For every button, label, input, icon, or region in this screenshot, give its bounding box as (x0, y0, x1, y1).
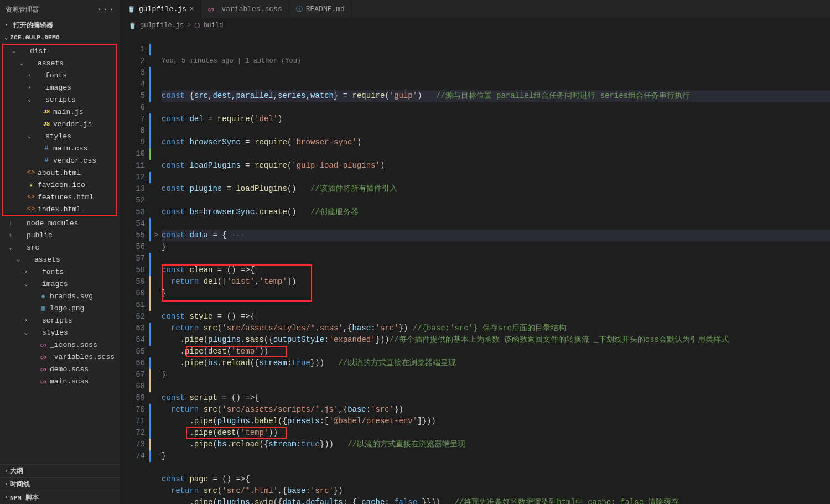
tree-item-fonts[interactable]: ›fonts (0, 266, 120, 278)
code-line[interactable]: } (162, 450, 830, 462)
code-line[interactable]: const loadPlugins = require('gulp-load-p… (162, 160, 830, 172)
code-line[interactable]: const del = require('del') (162, 113, 830, 125)
code-line[interactable]: const bs=browserSync.create() //创建服务器 (162, 206, 830, 218)
tree-item-label: styles (42, 329, 68, 337)
tree-item--icons-scss[interactable]: ᔕ_icons.scss (0, 339, 120, 351)
tree-item-scripts[interactable]: ›scripts (0, 314, 120, 326)
code-line[interactable]: const plugins = loadPlugins() //该插件将所有插件… (162, 183, 830, 195)
tree-item-main-css[interactable]: #main.css (3, 142, 116, 154)
code-line[interactable]: return del(['dist','temp']) (162, 276, 830, 288)
code-line[interactable] (162, 462, 830, 474)
code-editor[interactable]: 1234567891011121352535455565758596061626… (121, 32, 830, 504)
breadcrumb[interactable]: 🥤 gulpfile.js > ⬡ build (121, 19, 830, 32)
code-line[interactable]: .pipe(plugins.sass({outputStyle:'expande… (162, 334, 830, 346)
code-line[interactable]: .pipe(bs.reload({stream:true})) //以流的方式直… (162, 439, 830, 450)
tree-item-label: styles (45, 132, 71, 141)
code-line[interactable]: .pipe(plugins.babel({presets:['@babel/pr… (162, 415, 830, 427)
code-line[interactable]: } (162, 369, 830, 381)
tree-item-images[interactable]: ›images (3, 81, 116, 93)
code-line[interactable]: const browserSync = require('browser-syn… (162, 137, 830, 148)
code-line[interactable] (162, 218, 830, 230)
tree-item-node-modules[interactable]: ›node_modules (0, 217, 120, 229)
open-editors-section[interactable]: › 打开的编辑器 (0, 19, 120, 32)
code-line[interactable]: const {src,dest,parallel,series,watch} =… (162, 90, 830, 102)
line-number: 12 (121, 172, 145, 183)
chevron-right-icon: › (4, 468, 8, 474)
line-number: 59 (121, 276, 145, 288)
code-line[interactable]: const style = () =>{ (162, 311, 830, 323)
tree-item-label: images (42, 280, 68, 288)
close-icon[interactable]: × (190, 5, 194, 13)
code-content[interactable]: You, 5 minutes ago | 1 author (You) cons… (152, 32, 830, 504)
tree-item-label: src (27, 243, 39, 252)
code-line[interactable]: } (162, 241, 830, 253)
tab-gulpfile-js[interactable]: 🥤gulpfile.js× (121, 0, 201, 19)
code-line[interactable]: .pipe(dest('temp')) (162, 427, 830, 439)
tree-item-public[interactable]: ›public (0, 229, 120, 241)
outline-section[interactable]: › 大纲 (0, 464, 120, 477)
tree-item-scripts[interactable]: ⌄scripts (3, 93, 116, 106)
code-line[interactable] (162, 381, 830, 392)
code-line[interactable] (162, 299, 830, 311)
fold-icon[interactable]: > (154, 230, 158, 241)
tree-item-label: public (27, 231, 53, 240)
code-line[interactable] (162, 253, 830, 264)
code-line[interactable] (162, 102, 830, 113)
more-icon[interactable]: ··· (97, 4, 115, 14)
tree-item-assets[interactable]: ⌄assets (3, 57, 116, 69)
tree-item-main-js[interactable]: JSmain.js (3, 106, 116, 118)
js-icon: JS (42, 121, 51, 127)
html-icon: <> (27, 169, 35, 176)
tab-label: gulpfile.js (139, 5, 186, 13)
npm-section[interactable]: › NPM 脚本 (0, 491, 120, 504)
line-number: 4 (121, 79, 145, 90)
codelens[interactable]: You, 5 minutes ago | 1 author (You) (162, 55, 830, 67)
tree-item-src[interactable]: ⌄src (0, 241, 120, 253)
code-line[interactable]: return src('src/assets/styles/*.scss',{b… (162, 323, 830, 334)
code-line[interactable] (162, 172, 830, 183)
timeline-section[interactable]: › 时间线 (0, 477, 120, 491)
file-tree[interactable]: ⌄dist⌄assets›fonts›images⌄scriptsJSmain.… (0, 43, 120, 464)
line-number: 73 (121, 439, 145, 450)
tree-item-vendor-css[interactable]: #vendor.css (3, 154, 116, 167)
tree-item-dist[interactable]: ⌄dist (3, 45, 116, 57)
tree-item-styles[interactable]: ⌄styles (0, 326, 120, 339)
npm-label: NPM 脚本 (10, 493, 39, 502)
tree-item-index-html[interactable]: <>index.html (3, 203, 116, 215)
tree-item-vendor-js[interactable]: JSvendor.js (3, 118, 116, 130)
tree-item-features-html[interactable]: <>features.html (3, 191, 116, 203)
code-line[interactable]: const clean = () =>{ (162, 264, 830, 276)
tree-item-favicon-ico[interactable]: ★favicon.ico (3, 179, 116, 191)
tab--variables-scss[interactable]: ᔕ_variables.scss (201, 0, 289, 19)
code-line[interactable]: const page = () =>{ (162, 474, 830, 485)
tree-item-label: demo.scss (50, 365, 89, 373)
tree-item--variables-scss[interactable]: ᔕ_variables.scss (0, 351, 120, 363)
tree-item-assets[interactable]: ⌄assets (0, 253, 120, 266)
tab-readme-md[interactable]: ⓘREADME.md (289, 0, 352, 19)
code-line[interactable]: return src('src/assets/scripts/*.js',{ba… (162, 404, 830, 415)
code-line[interactable] (162, 148, 830, 160)
tree-item-images[interactable]: ⌄images (0, 278, 120, 290)
code-line[interactable]: return src('src/*.html',{base:'src'}) (162, 485, 830, 497)
code-line[interactable] (162, 125, 830, 137)
tree-item-styles[interactable]: ⌄styles (3, 130, 116, 142)
code-line[interactable]: .pipe(plugins.swig({data,defaults: { cac… (162, 497, 830, 504)
sidebar-header: 资源管理器 ··· (0, 0, 120, 19)
tree-item-label: node_modules (27, 219, 79, 227)
code-line[interactable]: } (162, 288, 830, 299)
tree-item-brands-svg[interactable]: ◆brands.svg (0, 290, 120, 302)
tree-item-demo-scss[interactable]: ᔕdemo.scss (0, 363, 120, 375)
code-line[interactable]: const script = () =>{ (162, 392, 830, 404)
tree-item-about-html[interactable]: <>about.html (3, 167, 116, 179)
tree-item-main-scss[interactable]: ᔕmain.scss (0, 375, 120, 387)
code-line[interactable] (162, 195, 830, 206)
open-editors-label: 打开的编辑器 (13, 21, 53, 29)
code-line[interactable]: .pipe(dest('temp')) (162, 346, 830, 357)
code-line[interactable]: >const data = { ··· (162, 230, 830, 241)
code-line[interactable]: .pipe(bs.reload({stream:true})) //以流的方式直… (162, 357, 830, 369)
sidebar: 资源管理器 ··· › 打开的编辑器 ⌄ ZCE-GULP-DEMO ⌄dist… (0, 0, 121, 504)
project-section[interactable]: ⌄ ZCE-GULP-DEMO (0, 32, 120, 43)
tree-item-fonts[interactable]: ›fonts (3, 69, 116, 81)
tree-item-logo-png[interactable]: ▦logo.png (0, 302, 120, 314)
file-icon: 🥤 (127, 5, 136, 13)
